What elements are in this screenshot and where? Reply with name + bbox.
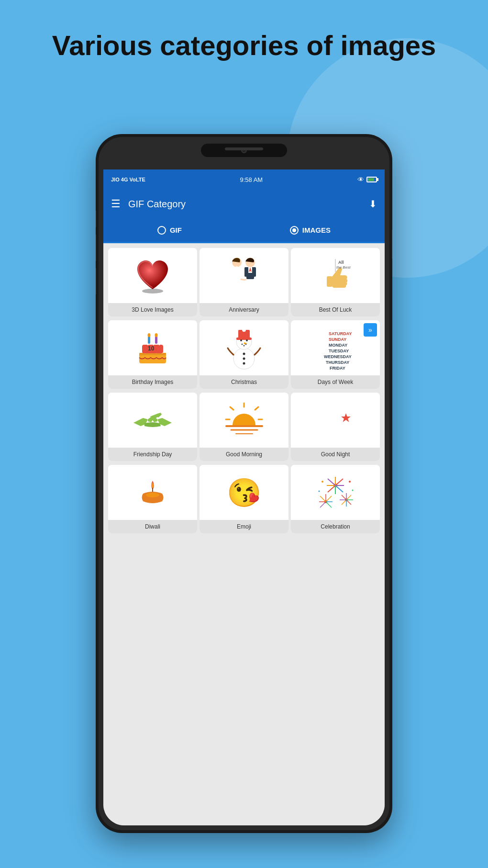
power-button	[392, 230, 392, 259]
svg-rect-6	[253, 267, 256, 277]
kiss-emoji: 😘	[227, 476, 261, 509]
category-card-emoji[interactable]: 😘 Emoji	[200, 465, 288, 533]
fireworks-svg	[315, 472, 356, 513]
category-image-friendship-day	[108, 393, 197, 448]
battery-icon	[366, 177, 377, 182]
status-icons: 👁	[357, 176, 377, 183]
svg-point-25	[246, 339, 248, 341]
snowman-svg	[225, 325, 263, 371]
svg-line-60	[326, 496, 332, 502]
category-label-emoji: Emoji	[200, 520, 288, 533]
category-card-anniversary[interactable]: Anniversary	[200, 248, 288, 316]
svg-text:10: 10	[148, 345, 155, 352]
svg-line-68	[346, 495, 351, 500]
category-label-birthday: Birthday Images	[108, 375, 197, 389]
category-label-good-morning: Good Morning	[200, 448, 288, 461]
tab-bar: GIF IMAGES	[103, 218, 385, 243]
content-area[interactable]: 3D Love Images	[103, 243, 385, 825]
category-label-best-of-luck: Best Of Luck	[291, 303, 380, 316]
category-card-diwali[interactable]: Diwali	[108, 465, 197, 533]
svg-text:TUESDAY: TUESDAY	[329, 349, 349, 353]
svg-line-41	[230, 407, 233, 410]
svg-text:SUNDAY: SUNDAY	[329, 337, 346, 342]
category-image-best-of-luck: All the Best	[291, 248, 380, 303]
category-label-diwali: Diwali	[108, 520, 197, 533]
tab-gif-label: GIF	[170, 226, 182, 234]
svg-point-23	[242, 328, 246, 332]
svg-text:MONDAY: MONDAY	[329, 343, 347, 348]
svg-point-31	[243, 362, 245, 365]
hamburger-menu-icon[interactable]: ☰	[111, 198, 121, 210]
svg-text:FRIDAY: FRIDAY	[330, 366, 345, 370]
status-time: 9:58 AM	[240, 176, 263, 183]
best-luck-svg: All the Best	[315, 255, 356, 296]
svg-point-48	[146, 493, 159, 497]
svg-text:All: All	[338, 260, 344, 265]
couple-svg	[222, 253, 266, 298]
app-bar-title: GIF Category	[128, 199, 361, 210]
app-bar: ☰ GIF Category ⬇	[103, 190, 385, 218]
tab-images[interactable]: IMAGES	[290, 226, 331, 235]
tab-images-radio	[290, 226, 299, 235]
sunrise-svg	[224, 401, 265, 440]
category-card-days-of-week[interactable]: » SATURDAY SUNDAY MONDAY TUESDAY WEDNESD…	[291, 320, 380, 389]
svg-rect-15	[155, 336, 157, 344]
svg-line-63	[320, 502, 326, 507]
category-grid-row4: Diwali 😘 Emoji	[106, 463, 382, 535]
svg-point-26	[242, 344, 243, 345]
category-card-good-night[interactable]: Good Night	[291, 393, 380, 461]
category-image-celebration	[291, 465, 380, 520]
svg-text:SATURDAY: SATURDAY	[329, 331, 352, 336]
status-bar: JIO 4G VoLTE 9:58 AM 👁	[103, 169, 385, 190]
svg-rect-14	[148, 336, 150, 344]
svg-line-40	[255, 407, 258, 410]
forward-badge: »	[364, 323, 377, 337]
svg-line-53	[335, 485, 343, 492]
diya-svg	[133, 473, 172, 512]
category-card-celebration[interactable]: Celebration	[291, 465, 380, 533]
category-image-good-morning	[200, 393, 288, 448]
days-svg: SATURDAY SUNDAY MONDAY TUESDAY WEDNESDAY…	[315, 327, 356, 370]
category-card-birthday[interactable]: 10 Birthday Images	[108, 320, 197, 389]
svg-line-57	[328, 479, 335, 485]
svg-text:the Best: the Best	[336, 265, 351, 270]
category-image-anniversary	[200, 248, 288, 303]
category-card-good-morning[interactable]: Good Morning	[200, 393, 288, 461]
category-label-anniversary: Anniversary	[200, 303, 288, 316]
svg-text:THURSDAY: THURSDAY	[326, 360, 349, 365]
category-image-3d-love	[108, 248, 197, 303]
svg-point-17	[155, 333, 158, 337]
category-image-diwali	[108, 465, 197, 520]
tab-gif[interactable]: GIF	[157, 226, 182, 235]
download-icon[interactable]: ⬇	[369, 198, 377, 210]
phone-frame: JIO 4G VoLTE 9:58 AM 👁 ☰ GIF Category ⬇	[96, 134, 392, 833]
svg-point-0	[142, 289, 163, 293]
svg-line-65	[320, 496, 326, 502]
category-image-good-night	[291, 393, 380, 448]
svg-text:WEDNESDAY: WEDNESDAY	[324, 354, 352, 359]
category-label-celebration: Celebration	[291, 520, 380, 533]
speaker	[225, 147, 263, 150]
category-label-christmas: Christmas	[200, 375, 288, 389]
carrier-info: JIO 4G VoLTE	[111, 177, 145, 182]
camera-notch	[201, 144, 287, 157]
phone-inner: JIO 4G VoLTE 9:58 AM 👁 ☰ GIF Category ⬇	[99, 137, 389, 830]
svg-point-30	[243, 358, 245, 360]
phone-screen: JIO 4G VoLTE 9:58 AM 👁 ☰ GIF Category ⬇	[103, 169, 385, 825]
category-label-3d-love: 3D Love Images	[108, 303, 197, 316]
heart-svg	[133, 257, 172, 295]
svg-line-72	[342, 500, 346, 505]
category-label-friendship-day: Friendship Day	[108, 448, 197, 461]
svg-point-76	[349, 481, 351, 483]
eye-icon: 👁	[357, 176, 364, 183]
svg-point-29	[243, 353, 245, 355]
category-card-friendship-day[interactable]: Friendship Day	[108, 393, 197, 461]
volume-button-1	[96, 211, 96, 227]
category-grid-row1: 3D Love Images	[106, 246, 382, 318]
svg-point-27	[244, 345, 245, 347]
volume-button-2	[96, 235, 96, 261]
category-card-christmas[interactable]: Christmas	[200, 320, 288, 389]
category-card-best-of-luck[interactable]: All the Best Best Of Luck	[291, 248, 380, 316]
moon-svg	[316, 400, 355, 440]
category-card-3d-love[interactable]: 3D Love Images	[108, 248, 197, 316]
